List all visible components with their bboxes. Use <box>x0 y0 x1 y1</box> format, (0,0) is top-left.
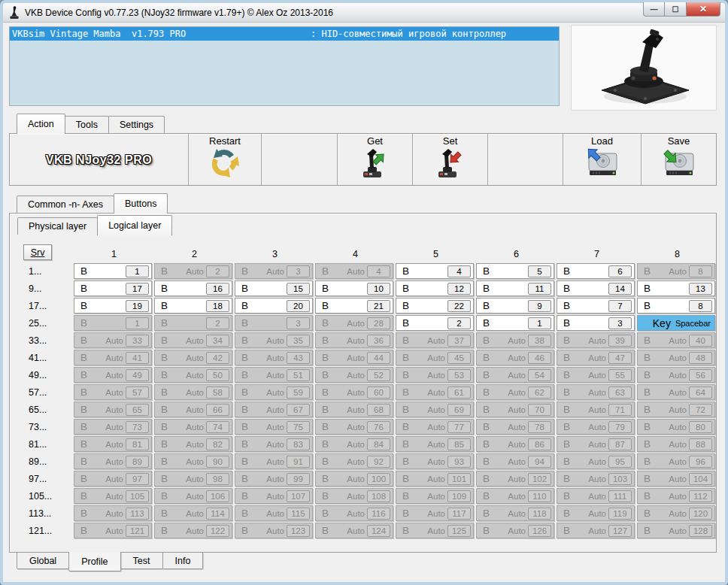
button-cell[interactable]: BAuto84 <box>315 436 393 452</box>
button-cell[interactable]: BAuto111 <box>557 488 635 504</box>
button-cell[interactable]: BAuto117 <box>396 505 474 521</box>
button-cell[interactable]: BAuto102 <box>476 471 554 486</box>
button-cell[interactable]: BAuto110 <box>476 488 554 504</box>
button-cell[interactable]: BAuto120 <box>637 505 715 521</box>
button-cell[interactable]: B11 <box>476 280 554 296</box>
restart-button[interactable]: Restart <box>189 134 262 185</box>
button-cell[interactable]: BAuto127 <box>557 523 635 538</box>
device-listbox[interactable]: VKBsim Vintage Mamba v1.793 PRO : HID-со… <box>9 26 560 106</box>
button-cell[interactable]: BAuto58 <box>154 384 232 400</box>
button-cell[interactable]: B8 <box>637 298 715 314</box>
button-cell[interactable]: BAuto126 <box>476 523 554 538</box>
button-cell[interactable]: BAuto128 <box>637 523 715 538</box>
tab-buttons[interactable]: Buttons <box>114 193 168 214</box>
button-cell[interactable]: BAuto36 <box>315 332 393 348</box>
button-cell[interactable]: BAuto91 <box>235 453 313 469</box>
button-cell[interactable]: BAuto101 <box>396 471 474 486</box>
button-cell[interactable]: BAuto96 <box>637 453 715 469</box>
button-cell[interactable]: BAuto85 <box>396 436 474 452</box>
button-cell[interactable]: B17 <box>74 280 152 296</box>
button-cell[interactable]: BAuto33 <box>74 332 152 348</box>
button-cell[interactable]: B14 <box>557 280 635 296</box>
button-cell[interactable]: BAuto71 <box>557 402 635 417</box>
device-list-selected-row[interactable]: VKBsim Vintage Mamba v1.793 PRO : HID-со… <box>10 27 559 41</box>
button-cell-key[interactable]: KeySpacebar <box>637 315 715 331</box>
button-cell[interactable]: B9 <box>476 298 554 314</box>
button-cell[interactable]: BAuto78 <box>476 419 554 435</box>
button-cell[interactable]: B4 <box>396 263 474 279</box>
button-cell[interactable]: BAuto75 <box>235 419 313 435</box>
close-button[interactable]: ✕ <box>687 2 720 17</box>
button-cell[interactable]: BAuto52 <box>315 367 393 383</box>
button-cell[interactable]: BAuto82 <box>154 436 232 452</box>
button-cell[interactable]: BAuto121 <box>74 523 152 538</box>
button-cell[interactable]: B2 <box>396 315 474 331</box>
button-cell[interactable]: BAuto98 <box>154 471 232 486</box>
button-cell[interactable]: BAuto123 <box>235 523 313 538</box>
button-cell[interactable]: BAuto122 <box>154 523 232 538</box>
button-cell[interactable]: BAuto65 <box>74 402 152 417</box>
button-cell[interactable]: BAuto37 <box>396 332 474 348</box>
button-cell[interactable]: BAuto107 <box>235 488 313 504</box>
button-cell[interactable]: BAuto51 <box>235 367 313 383</box>
button-cell[interactable]: BAuto40 <box>637 332 715 348</box>
button-cell[interactable]: B3 <box>235 315 313 331</box>
button-cell[interactable]: BAuto74 <box>154 419 232 435</box>
minimize-button[interactable]: — <box>643 2 665 17</box>
button-cell[interactable]: B18 <box>154 298 232 314</box>
tab-common-n-axes[interactable]: Common -n- Axes <box>17 196 114 213</box>
tab-profile[interactable]: Profile <box>68 552 120 571</box>
button-cell[interactable]: BAuto104 <box>637 471 715 486</box>
button-cell[interactable]: BAuto48 <box>637 350 715 365</box>
button-cell[interactable]: BAuto66 <box>154 402 232 417</box>
tab-settings[interactable]: Settings <box>108 116 165 133</box>
button-cell[interactable]: B7 <box>557 298 635 314</box>
tab-logical-layer[interactable]: Logical layer <box>97 215 172 235</box>
set-button[interactable]: Set <box>413 134 488 185</box>
button-cell[interactable]: BAuto81 <box>74 436 152 452</box>
button-cell[interactable]: BAuto67 <box>235 402 313 417</box>
button-cell[interactable]: BAuto105 <box>74 488 152 504</box>
button-cell[interactable]: BAuto2 <box>154 263 232 279</box>
tab-action[interactable]: Action <box>17 114 65 134</box>
button-cell[interactable]: BAuto46 <box>476 350 554 365</box>
button-cell[interactable]: B15 <box>235 280 313 296</box>
button-cell[interactable]: BAuto50 <box>154 367 232 383</box>
button-cell[interactable]: BAuto108 <box>315 488 393 504</box>
button-cell[interactable]: B5 <box>476 263 554 279</box>
button-cell[interactable]: BAuto59 <box>235 384 313 400</box>
button-cell[interactable]: B16 <box>154 280 232 296</box>
save-button[interactable]: Save <box>642 134 716 185</box>
button-cell[interactable]: BAuto55 <box>557 367 635 383</box>
button-cell[interactable]: BAuto92 <box>315 453 393 469</box>
button-cell[interactable]: BAuto53 <box>396 367 474 383</box>
button-cell[interactable]: BAuto119 <box>557 505 635 521</box>
button-cell[interactable]: BAuto86 <box>476 436 554 452</box>
button-cell[interactable]: B13 <box>637 280 715 296</box>
button-cell[interactable]: BAuto73 <box>74 419 152 435</box>
button-cell[interactable]: BAuto4 <box>315 263 393 279</box>
button-cell[interactable]: BAuto97 <box>74 471 152 486</box>
button-cell[interactable]: BAuto103 <box>557 471 635 486</box>
button-cell[interactable]: BAuto64 <box>637 384 715 400</box>
button-cell[interactable]: BAuto99 <box>235 471 313 486</box>
button-cell[interactable]: BAuto106 <box>154 488 232 504</box>
button-cell[interactable]: BAuto90 <box>154 453 232 469</box>
button-cell[interactable]: B6 <box>557 263 635 279</box>
button-cell[interactable]: BAuto49 <box>74 367 152 383</box>
button-cell[interactable]: BAuto63 <box>557 384 635 400</box>
button-cell[interactable]: BAuto118 <box>476 505 554 521</box>
tab-info[interactable]: Info <box>162 553 204 569</box>
button-cell[interactable]: BAuto3 <box>235 263 313 279</box>
button-cell[interactable]: BAuto44 <box>315 350 393 365</box>
button-cell[interactable]: B2 <box>154 315 232 331</box>
button-cell[interactable]: BAuto89 <box>74 453 152 469</box>
button-cell[interactable]: BAuto113 <box>74 505 152 521</box>
button-cell[interactable]: BAuto116 <box>315 505 393 521</box>
button-cell[interactable]: B1 <box>476 315 554 331</box>
button-cell[interactable]: B21 <box>315 298 393 314</box>
button-cell[interactable]: BAuto57 <box>74 384 152 400</box>
button-cell[interactable]: BAuto109 <box>396 488 474 504</box>
button-cell[interactable]: BAuto76 <box>315 419 393 435</box>
button-cell[interactable]: BAuto68 <box>315 402 393 417</box>
